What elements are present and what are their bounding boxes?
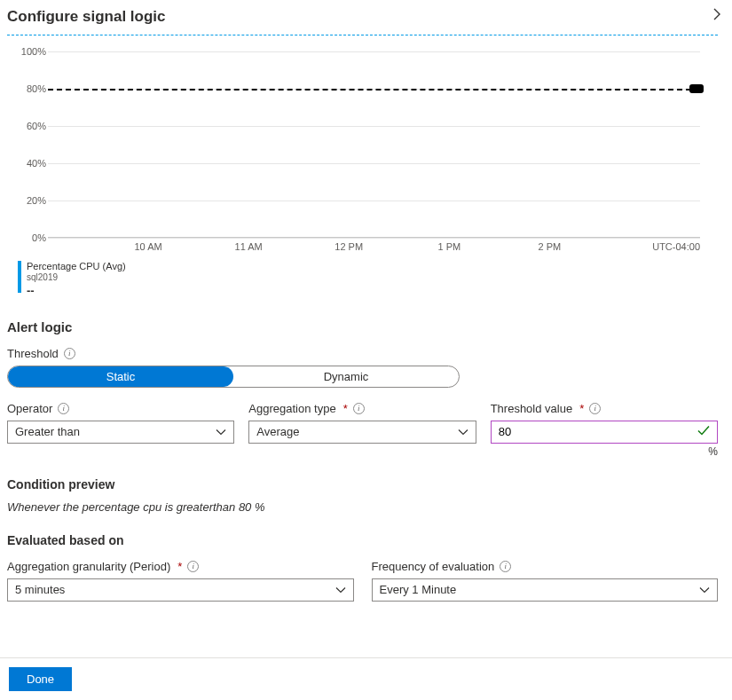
ytick: 60%	[18, 121, 46, 131]
threshold-value-input[interactable]	[491, 421, 718, 444]
threshold-dynamic-pill[interactable]: Dynamic	[233, 366, 459, 387]
aggregation-label: Aggregation type	[248, 402, 335, 415]
xtick: 12 PM	[299, 241, 399, 252]
threshold-line	[48, 89, 700, 90]
close-chevron-icon[interactable]	[712, 7, 721, 26]
info-icon[interactable]: i	[187, 561, 199, 572]
chart-legend: Percentage CPU (Avg) sql2019 --	[12, 261, 700, 298]
required-indicator: *	[177, 560, 182, 573]
xtick: 11 AM	[199, 241, 299, 252]
threshold-toggle[interactable]: Static Dynamic	[7, 366, 460, 388]
granularity-value: 5 minutes	[15, 583, 65, 596]
info-icon[interactable]: i	[58, 403, 69, 414]
info-icon[interactable]: i	[589, 403, 601, 414]
ytick: 80%	[18, 83, 46, 94]
ytick: 100%	[18, 46, 46, 57]
legend-metric: Percentage CPU (Avg)	[27, 261, 126, 272]
threshold-marker	[689, 84, 704, 93]
threshold-value-label: Threshold value	[491, 402, 573, 415]
info-icon[interactable]: i	[500, 561, 511, 572]
required-indicator: *	[343, 402, 348, 415]
ytick: 20%	[18, 195, 46, 206]
xtick: 2 PM	[500, 241, 600, 252]
threshold-label: Threshold	[7, 347, 59, 360]
operator-select[interactable]: Greater than	[7, 421, 234, 444]
aggregation-value: Average	[256, 425, 299, 438]
footer: Done	[0, 657, 732, 700]
info-icon[interactable]: i	[64, 348, 75, 359]
check-icon	[697, 425, 710, 438]
chevron-down-icon	[216, 425, 226, 438]
frequency-value: Every 1 Minute	[380, 583, 457, 596]
operator-value: Greater than	[15, 425, 80, 438]
done-button[interactable]: Done	[9, 667, 72, 691]
granularity-label: Aggregation granularity (Period)	[7, 560, 170, 573]
condition-preview-heading: Condition preview	[7, 477, 718, 492]
chevron-down-icon	[335, 583, 346, 596]
xtick: UTC-04:00	[600, 241, 700, 252]
page-title: Configure signal logic	[7, 8, 166, 26]
evaluated-heading: Evaluated based on	[7, 533, 718, 547]
legend-value: --	[27, 284, 126, 298]
legend-resource: sql2019	[27, 272, 126, 283]
aggregation-select[interactable]: Average	[248, 421, 476, 444]
condition-preview-text: Whenever the percentage cpu is greaterth…	[7, 500, 718, 514]
alert-logic-heading: Alert logic	[7, 319, 718, 334]
frequency-select[interactable]: Every 1 Minute	[372, 578, 719, 602]
operator-label: Operator	[7, 402, 52, 415]
xtick: 10 AM	[98, 241, 199, 252]
threshold-static-pill[interactable]: Static	[8, 366, 233, 387]
chevron-down-icon	[458, 425, 468, 438]
ytick: 0%	[18, 232, 46, 243]
granularity-select[interactable]: 5 minutes	[7, 578, 354, 602]
ytick: 40%	[18, 158, 46, 169]
threshold-unit: %	[491, 445, 718, 458]
required-indicator: *	[579, 402, 584, 415]
divider	[7, 35, 718, 35]
threshold-value-field[interactable]	[499, 425, 710, 438]
legend-color-bar	[18, 261, 21, 293]
metric-chart: 100% 80% 60% 40% 20% 0% 10 AM 11 AM 12 P…	[7, 51, 718, 298]
info-icon[interactable]: i	[353, 403, 365, 414]
xtick: 1 PM	[399, 241, 500, 252]
frequency-label: Frequency of evaluation	[372, 560, 495, 573]
chevron-down-icon	[699, 583, 710, 596]
